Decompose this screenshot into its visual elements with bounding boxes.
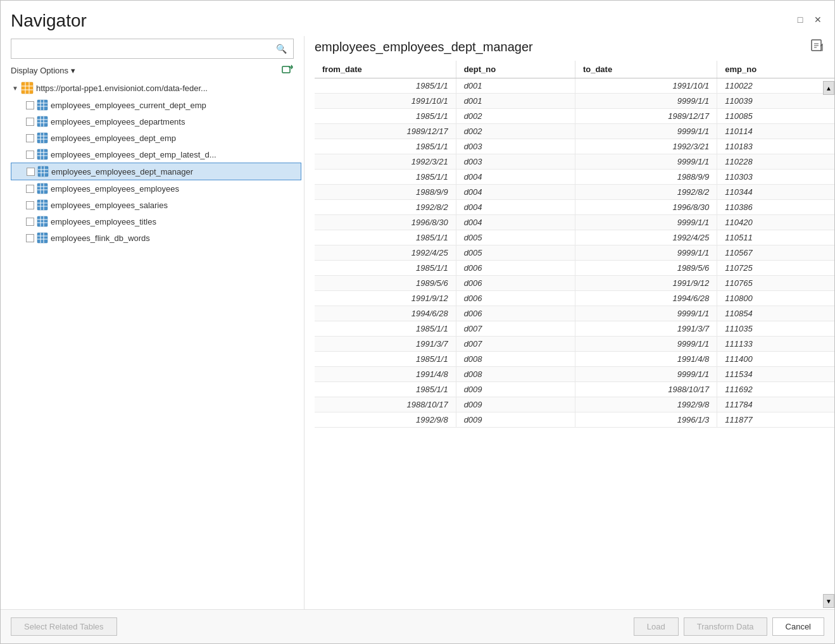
table-row: 1985/1/1d0021989/12/17110085: [315, 109, 834, 124]
tree-item[interactable]: employees_employees_current_dept_emp: [11, 97, 301, 113]
table-cell: 111784: [717, 397, 834, 412]
table-cell: 1996/1/3: [575, 412, 717, 428]
table-row: 1992/9/8d0091996/1/3111877: [315, 412, 834, 428]
table-cell: d003: [456, 139, 575, 154]
table-cell: 110039: [717, 94, 834, 109]
table-header-cell: from_date: [315, 61, 456, 78]
table-cell: 1992/9/8: [575, 397, 717, 412]
table-cell: 1991/9/12: [575, 276, 717, 291]
table-cell: d005: [456, 245, 575, 261]
tree-item-checkbox[interactable]: [26, 101, 34, 109]
tree-item-label: employees_employees_current_dept_emp: [51, 101, 206, 110]
table-icon: [37, 232, 48, 244]
tree-item-checkbox[interactable]: [26, 201, 34, 209]
data-table-scroll[interactable]: from_datedept_noto_dateemp_no 1985/1/1d0…: [315, 61, 834, 609]
tree-root-label: https://portal-ppe1.envisioniot.com/data…: [36, 84, 208, 93]
table-row: 1985/1/1d0011991/10/1110022: [315, 78, 834, 94]
table-cell: 9999/1/1: [575, 124, 717, 139]
table-cell: d009: [456, 382, 575, 397]
table-cell: 1989/5/6: [575, 261, 717, 276]
table-cell: 1988/9/9: [315, 185, 456, 200]
table-cell: 9999/1/1: [575, 367, 717, 382]
tree-root[interactable]: ▼ https://portal-ppe1.envisioniot.com/da…: [11, 79, 301, 97]
tree-item-label: employees_employees_salaries: [51, 201, 168, 210]
table-cell: 1985/1/1: [315, 139, 456, 154]
table-header-cell: to_date: [575, 61, 717, 78]
tree-item-checkbox[interactable]: [26, 185, 34, 193]
table-cell: 1985/1/1: [315, 352, 456, 367]
search-button[interactable]: 🔍: [275, 44, 288, 54]
table-cell: 1991/3/7: [575, 321, 717, 337]
minimize-button[interactable]: □: [794, 13, 807, 26]
table-cell: d009: [456, 412, 575, 428]
tree-item[interactable]: employees_employees_employees: [11, 180, 301, 197]
scroll-down-button[interactable]: ▼: [823, 594, 834, 608]
table-row: 1994/6/28d0069999/1/1110854: [315, 306, 834, 321]
cancel-button[interactable]: Cancel: [772, 617, 824, 636]
select-related-tables-button[interactable]: Select Related Tables: [11, 617, 117, 636]
tree-item[interactable]: employees_employees_salaries: [11, 197, 301, 213]
table-cell: 110228: [717, 154, 834, 170]
close-button[interactable]: ✕: [812, 13, 824, 26]
tree-item[interactable]: employees_employees_titles: [11, 213, 301, 230]
tree-item-checkbox[interactable]: [26, 151, 34, 159]
export-button[interactable]: [810, 39, 824, 56]
tree-item-checkbox[interactable]: [26, 118, 34, 126]
table-cell: d006: [456, 306, 575, 321]
left-panel: 🔍 Display Options ▾: [1, 36, 304, 609]
tree-item[interactable]: employees_flink_db_words: [11, 230, 301, 246]
tree-item-checkbox[interactable]: [26, 218, 34, 226]
table-cell: 1996/8/30: [315, 215, 456, 230]
tree-item-checkbox[interactable]: [26, 234, 34, 242]
transform-data-button[interactable]: Transform Data: [684, 617, 767, 636]
table-cell: 1991/10/1: [315, 94, 456, 109]
table-row: 1991/9/12d0061994/6/28110800: [315, 291, 834, 306]
table-cell: 111877: [717, 412, 834, 428]
tree-item-label: employees_employees_dept_manager: [51, 167, 193, 176]
table-cell: 9999/1/1: [575, 94, 717, 109]
table-cell: d002: [456, 109, 575, 124]
scroll-arrows: ▲ ▼: [823, 80, 834, 609]
table-cell: d008: [456, 352, 575, 367]
root-icon: [21, 82, 34, 94]
table-cell: 1988/10/17: [315, 397, 456, 412]
table-cell: 111692: [717, 382, 834, 397]
table-row: 1985/1/1d0051992/4/25110511: [315, 230, 834, 245]
table-cell: 1985/1/1: [315, 170, 456, 185]
table-cell: d006: [456, 276, 575, 291]
table-cell: 110420: [717, 215, 834, 230]
table-cell: d001: [456, 78, 575, 94]
tree-item-label: employees_employees_departments: [51, 117, 185, 127]
data-table: from_datedept_noto_dateemp_no 1985/1/1d0…: [315, 61, 834, 428]
expand-icon: ▼: [12, 85, 18, 92]
table-cell: 9999/1/1: [575, 154, 717, 170]
display-options-button[interactable]: Display Options ▾: [11, 66, 75, 75]
scroll-up-button[interactable]: ▲: [823, 81, 834, 95]
right-panel: employees_employees_dept_manager f: [304, 36, 834, 609]
svg-rect-47: [37, 233, 47, 243]
tree-item[interactable]: employees_employees_departments: [11, 113, 301, 130]
table-cell: 1991/4/8: [575, 352, 717, 367]
table-row: 1988/10/17d0091992/9/8111784: [315, 397, 834, 412]
table-cell: 110085: [717, 109, 834, 124]
refresh-button[interactable]: [281, 64, 294, 77]
load-button[interactable]: Load: [634, 617, 679, 636]
search-input[interactable]: [16, 44, 275, 54]
display-options-row: Display Options ▾: [11, 61, 304, 79]
table-row: 1989/12/17d0029999/1/1110114: [315, 124, 834, 139]
table-cell: d009: [456, 397, 575, 412]
table-row: 1985/1/1d0041988/9/9110303: [315, 170, 834, 185]
table-cell: 1988/9/9: [575, 170, 717, 185]
tree-item[interactable]: employees_employees_dept_emp_latest_d...: [11, 146, 301, 163]
tree-item-checkbox[interactable]: [27, 168, 35, 176]
table-row: 1992/3/21d0039999/1/1110228: [315, 154, 834, 170]
table-cell: d004: [456, 185, 575, 200]
table-cell: d005: [456, 230, 575, 245]
tree-item[interactable]: employees_employees_dept_emp: [11, 130, 301, 146]
table-row: 1991/3/7d0079999/1/1111133: [315, 337, 834, 352]
tree-item-checkbox[interactable]: [26, 134, 34, 142]
table-cell: 111400: [717, 352, 834, 367]
table-cell: 1989/5/6: [315, 276, 456, 291]
tree-item[interactable]: employees_employees_dept_manager: [11, 163, 301, 180]
table-cell: 1991/3/7: [315, 337, 456, 352]
